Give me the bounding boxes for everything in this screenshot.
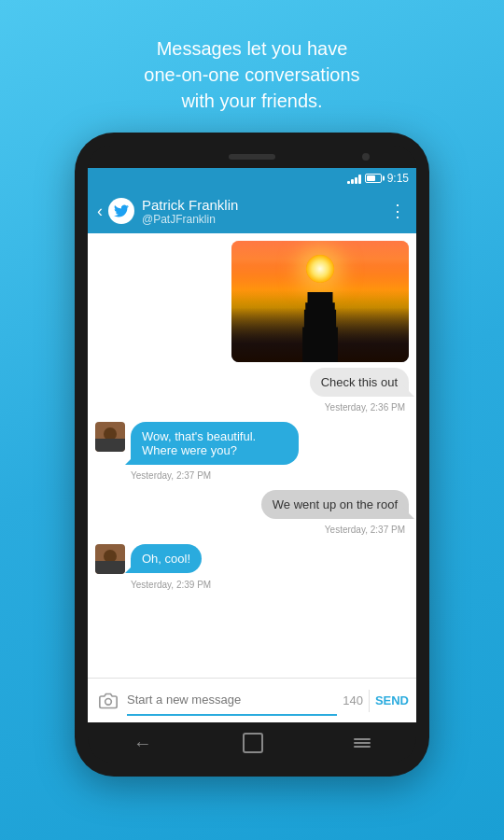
message-bubble-left: Wow, that's beautiful. Where were you? [131,422,299,465]
svg-point-0 [105,698,112,705]
message-bubble: We went up on the roof [261,490,409,519]
app-header: ‹ Patrick Franklin @PatJFranklin ⋮ [88,189,416,233]
back-button[interactable]: ‹ [97,202,103,221]
phone-device: 9:15 ‹ Patrick Franklin @PatJFranklin ⋮ [75,133,429,777]
message-text: Oh, cool! [142,552,190,566]
message-bubble: Check this out [310,368,409,397]
nav-home-button[interactable] [243,733,263,753]
nav-back-button[interactable]: ← [133,733,152,754]
twitter-avatar [108,198,134,224]
divider [369,690,370,712]
nav-recent-button[interactable] [354,738,371,748]
battery-icon [365,174,382,183]
send-button[interactable]: SEND [375,693,409,707]
avatar-image [95,544,125,574]
message-timestamp: Yesterday, 2:39 PM [95,580,409,590]
message-text: Check this out [321,375,398,389]
signal-icon [347,173,361,184]
message-row-left-2: Oh, cool! [95,544,409,574]
message-text: We went up on the roof [273,497,398,511]
message-timestamp: Yesterday, 2:37 PM [95,525,409,535]
message-bubble-left: Oh, cool! [131,544,202,573]
phone-top-bar [88,146,416,168]
more-options-button[interactable]: ⋮ [389,201,407,221]
message-row-left-1: Wow, that's beautiful. Where were you? [95,422,409,465]
sunset-photo [231,241,409,362]
message-timestamp: Yesterday, 2:36 PM [95,402,409,413]
tagline: Messages let you have one-on-one convers… [106,0,397,133]
phone-bottom-bar: ← [88,722,416,763]
status-icons [347,173,382,184]
header-handle: @PatJFranklin [142,213,389,226]
messages-area: Check this out Yesterday, 2:36 PM Wow, t… [88,233,416,678]
avatar [95,544,125,574]
char-count: 140 [343,693,363,707]
message-row-right-2: We went up on the roof [95,490,409,519]
front-camera [362,153,370,161]
avatar-image [95,422,125,452]
message-timestamp: Yesterday, 2:37 PM [95,470,409,481]
speaker [229,154,275,160]
message-text: Wow, that's beautiful. Where were you? [142,429,256,457]
message-row-right-1: Check this out [95,368,409,397]
camera-button[interactable] [95,688,121,714]
message-image [231,241,409,362]
status-time: 9:15 [387,172,409,185]
compose-bar: 140 SEND [88,678,416,722]
app-screen: ‹ Patrick Franklin @PatJFranklin ⋮ [88,189,416,722]
avatar [95,422,125,452]
status-bar: 9:15 [88,168,416,189]
header-user-info: Patrick Franklin @PatJFranklin [142,197,389,226]
message-image-row [95,241,409,362]
header-username: Patrick Franklin [142,197,389,213]
message-input[interactable] [127,686,337,716]
